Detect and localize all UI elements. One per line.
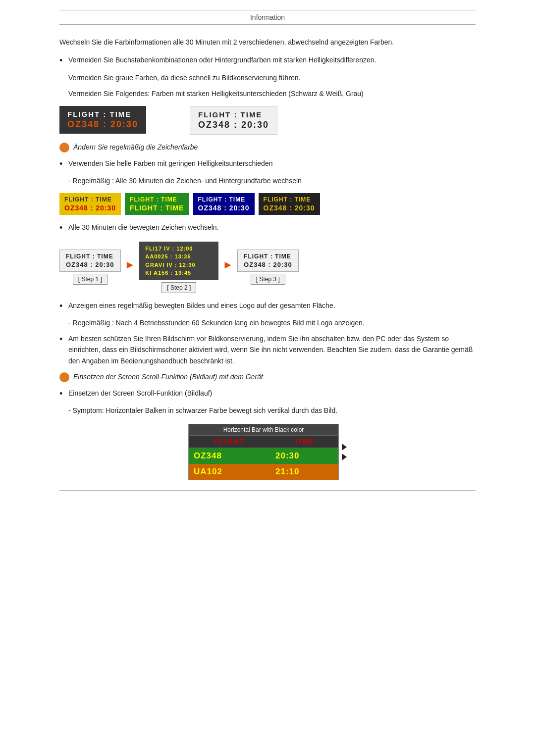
scroll-arrow-down-2 (342, 454, 347, 460)
step1-label: [ Step 1 ] (73, 274, 107, 285)
hbar-table-wrapper: Horizontal Bar with Black color FLIGHT T… (188, 424, 347, 480)
arrow-2: ► (222, 258, 233, 271)
bullet-item-3: • Alle 30 Minuten die bewegten Zeichen w… (59, 222, 476, 234)
orange-label-1: Ändern Sie regelmäßig die Zeichenfarbe (73, 142, 198, 152)
fbox-3: FLIGHT : TIME OZ348 : 20:30 (193, 193, 255, 215)
bullet-dot-6: • (59, 388, 68, 400)
sub-text-4: - Regelmäßig : Nach 4 Betriebsstunden 60… (68, 317, 476, 328)
hbar-r1c2: 20:30 (270, 448, 339, 464)
fbox-1-r1: FLIGHT : TIME (64, 196, 116, 203)
fbox-3-r2: OZ348 : 20:30 (198, 204, 250, 212)
intro-text: Wechseln Sie die Farbinformationen alle … (59, 38, 394, 46)
bullet-item-2: • Verwenden Sie helle Farben mit geringe… (59, 158, 476, 170)
hbar-col2: TIME (270, 436, 339, 448)
step3-r1: FLIGHT : TIME (244, 253, 292, 260)
bullet-item-6: • Einsetzen der Screen Scroll-Funktion (… (59, 388, 476, 400)
sub-text-1-content: Vermeiden Sie graue Farben, da diese sch… (68, 74, 301, 82)
scroll-indicators (342, 444, 347, 460)
sub-text-2: Vermeiden Sie Folgendes: Farben mit star… (68, 88, 476, 99)
step1-r1: FLIGHT : TIME (66, 253, 114, 260)
anim-row1: FLI17 IV : 12:00 (145, 245, 213, 253)
anim-row3: GRAVI IV : 12:30 (145, 261, 213, 269)
hbar-r1c1: OZ348 (189, 448, 271, 464)
fbox-2-r1: FLIGHT : TIME (130, 196, 184, 203)
flight-box-light: FLIGHT : TIME OZ348 : 20:30 (190, 106, 277, 135)
step-row: FLIGHT : TIME OZ348 : 20:30 [ Step 1 ] ►… (59, 242, 476, 293)
four-box-row: FLIGHT : TIME OZ348 : 20:30 FLIGHT : TIM… (59, 193, 476, 215)
step2-label: [ Step 2 ] (161, 282, 196, 293)
page-header: Information (59, 10, 476, 25)
fbox-4-r2: OZ348 : 20:30 (264, 204, 315, 212)
page-wrapper: Information Wechseln Sie die Farbinforma… (30, 0, 505, 520)
fbox-4: FLIGHT : TIME OZ348 : 20:30 (259, 193, 320, 215)
bullet-dot-2: • (59, 158, 68, 170)
bullet-dot-5: • (59, 333, 68, 346)
scroll-arrow-down-1 (342, 444, 347, 451)
bullet-text-6: Einsetzen der Screen Scroll-Funktion (Bi… (68, 388, 476, 399)
anim-box: FLI17 IV : 12:00 AA0025 : 13:36 GRAVI IV… (139, 242, 218, 280)
fbox-1: FLIGHT : TIME OZ348 : 20:30 (59, 193, 121, 215)
sub-text-4-content: - Regelmäßig : Nach 4 Betriebsstunden 60… (68, 319, 365, 327)
sub-text-5: - Symptom: Horizontaler Balken in schwar… (68, 405, 476, 416)
orange-label-2: Einsetzen der Screen Scroll-Funktion (Bi… (73, 371, 263, 382)
step-col-2: FLI17 IV : 12:00 AA0025 : 13:36 GRAVI IV… (139, 242, 218, 293)
sub-text-2-content: Vermeiden Sie Folgendes: Farben mit star… (68, 90, 364, 98)
bullet-dot-4: • (59, 300, 68, 312)
flight-light-row2: OZ348 : 20:30 (198, 120, 269, 130)
anim-row4: KI A156 : 19:45 (145, 269, 213, 277)
hbar-data-row-1: OZ348 20:30 (189, 448, 339, 464)
step-col-1: FLIGHT : TIME OZ348 : 20:30 [ Step 1 ] (59, 250, 121, 285)
fbox-4-r1: FLIGHT : TIME (264, 196, 315, 203)
fbox-3-r1: FLIGHT : TIME (198, 196, 250, 203)
step3-label: [ Step 3 ] (251, 274, 285, 285)
header-title: Information (250, 13, 285, 21)
sub-text-1: Vermeiden Sie graue Farben, da diese sch… (68, 72, 476, 83)
bullet-text-5: Am besten schützen Sie Ihren Bildschirm … (68, 333, 476, 366)
hbar-r2c1: UA102 (189, 464, 271, 480)
step-box-1: FLIGHT : TIME OZ348 : 20:30 (59, 250, 121, 272)
hbar-table: Horizontal Bar with Black color FLIGHT T… (188, 424, 339, 480)
flight-display-row-1: FLIGHT : TIME OZ348 : 20:30 FLIGHT : TIM… (59, 106, 476, 135)
bullet-text-1: Vermeiden Sie Buchstabenkombinationen od… (68, 54, 476, 65)
bullet-dot-1: • (59, 54, 68, 67)
bullet-text-4: Anzeigen eines regelmäßig bewegten Bilde… (68, 300, 476, 311)
step-box-3: FLIGHT : TIME OZ348 : 20:30 (237, 250, 299, 272)
flight-light-row1: FLIGHT : TIME (198, 110, 269, 119)
flight-box-dark: FLIGHT : TIME OZ348 : 20:30 (59, 106, 146, 134)
hbar-title-cell: Horizontal Bar with Black color (189, 424, 339, 436)
flight-dark-row1: FLIGHT : TIME (67, 110, 138, 118)
orange-bullet-1: Ändern Sie regelmäßig die Zeichenfarbe (59, 142, 476, 152)
step3-r2: OZ348 : 20:30 (244, 261, 292, 268)
bottom-divider (59, 490, 476, 491)
bullet-text-2: Verwenden Sie helle Farben mit geringen … (68, 158, 476, 169)
fbox-1-r2: OZ348 : 20:30 (64, 204, 116, 212)
bullet-text-3: Alle 30 Minuten die bewegten Zeichen wec… (68, 222, 476, 233)
orange-circle-2 (59, 372, 69, 382)
hbar-data-row-2: UA102 21:10 (189, 464, 339, 480)
hbar-row-container: Horizontal Bar with Black color FLIGHT T… (188, 424, 347, 480)
hbar-r2c2: 21:10 (270, 464, 339, 480)
fbox-2-r2: FLIGHT : TIME (130, 204, 184, 212)
bullet-item-4: • Anzeigen eines regelmäßig bewegten Bil… (59, 300, 476, 312)
intro-paragraph: Wechseln Sie die Farbinformationen alle … (59, 37, 476, 48)
fbox-2: FLIGHT : TIME FLIGHT : TIME (125, 193, 189, 215)
sub-text-3-content: - Regelmäßig : Alle 30 Minuten die Zeich… (68, 177, 302, 185)
bullet-item-5: • Am besten schützen Sie Ihren Bildschir… (59, 333, 476, 366)
step-col-3: FLIGHT : TIME OZ348 : 20:30 [ Step 3 ] (237, 250, 299, 285)
bullet-item-1: • Vermeiden Sie Buchstabenkombinationen … (59, 54, 476, 67)
bullet-dot-3: • (59, 222, 68, 234)
arrow-1: ► (125, 258, 136, 271)
hbar-col1: FLIGHT (189, 436, 271, 448)
orange-bullet-2: Einsetzen der Screen Scroll-Funktion (Bi… (59, 371, 476, 382)
anim-row2: AA0025 : 13:36 (145, 252, 213, 261)
orange-circle-1 (59, 143, 69, 152)
sub-text-3: - Regelmäßig : Alle 30 Minuten die Zeich… (68, 175, 476, 186)
step1-r2: OZ348 : 20:30 (66, 261, 114, 268)
sub-text-5-content: - Symptom: Horizontaler Balken in schwar… (68, 406, 337, 414)
flight-dark-row2: OZ348 : 20:30 (67, 119, 138, 130)
